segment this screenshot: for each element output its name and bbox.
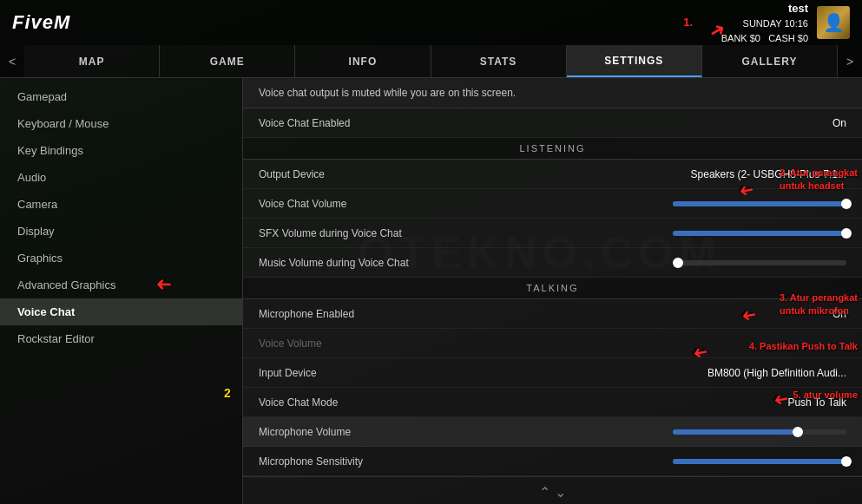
scroll-indicator[interactable]: ⌃ ⌄ <box>243 476 862 504</box>
sidebar-item-advanced-graphics[interactable]: Advanced Graphics <box>0 272 242 298</box>
setting-input-device[interactable]: Input Device BM800 (High Definition Audi… <box>243 358 862 388</box>
setting-value-voice-chat-mode: Push To Talk <box>787 396 846 409</box>
slider-voice-chat-volume[interactable] <box>673 201 846 206</box>
content-area: Gamepad Keyboard / Mouse Key Bindings Au… <box>0 78 862 504</box>
settings-panel: Voice chat output is muted while you are… <box>243 78 862 504</box>
setting-sfx-volume-voice-chat[interactable]: SFX Volume during Voice Chat <box>243 219 862 248</box>
sidebar-item-gamepad[interactable]: Gamepad <box>0 83 242 110</box>
setting-label-input-device: Input Device <box>259 367 317 379</box>
setting-value-voice-chat-enabled: On <box>832 117 846 129</box>
nav-right-arrow[interactable]: > <box>838 45 862 77</box>
tab-gallery[interactable]: GALLERY <box>702 45 838 77</box>
setting-voice-chat-enabled[interactable]: Voice Chat Enabled On <box>243 108 862 138</box>
user-day-time: SUNDAY 10:16 <box>721 16 808 31</box>
section-talking: TALKING <box>243 278 862 299</box>
setting-value-output-device: Speakers (2- USBGH8-Plus-7.1... <box>691 168 846 180</box>
app-logo: FiveM <box>12 11 70 34</box>
avatar: 👤 <box>817 6 850 39</box>
sidebar-item-key-bindings[interactable]: Key Bindings <box>0 137 242 164</box>
setting-label-voice-volume: Voice Volume <box>259 337 322 350</box>
tab-game[interactable]: GAME <box>160 45 295 77</box>
setting-label-output-device: Output Device <box>259 168 325 180</box>
section-listening: LISTENING <box>243 138 862 160</box>
setting-voice-chat-mode[interactable]: Voice Chat Mode Push To Talk <box>243 388 862 417</box>
setting-microphone-enabled[interactable]: Microphone Enabled On <box>243 299 862 329</box>
sidebar-item-keyboard-mouse[interactable]: Keyboard / Mouse <box>0 110 242 137</box>
tab-stats[interactable]: STATS <box>431 45 567 77</box>
muted-notice: Voice chat output is muted while you are… <box>243 78 862 108</box>
slider-music-volume[interactable] <box>673 260 846 265</box>
setting-microphone-sensitivity[interactable]: Microphone Sensitivity <box>243 447 862 476</box>
nav-bar: < MAP GAME INFO STATS SETTINGS GALLERY > <box>0 45 862 78</box>
slider-sfx-volume[interactable] <box>673 231 846 236</box>
user-info: test SUNDAY 10:16 BANK $0 CASH $0 👤 <box>721 0 850 45</box>
setting-label-voice-chat-mode: Voice Chat Mode <box>259 396 338 409</box>
setting-label-music-volume-voice-chat: Music Volume during Voice Chat <box>259 257 409 269</box>
sidebar-item-rockstar-editor[interactable]: Rockstar Editor <box>0 325 242 352</box>
sidebar-item-graphics[interactable]: Graphics <box>0 245 242 272</box>
setting-value-microphone-enabled: On <box>832 308 846 320</box>
scroll-icon: ⌃ ⌄ <box>539 484 565 501</box>
slider-microphone-sensitivity[interactable] <box>673 459 846 464</box>
setting-label-microphone-sensitivity: Microphone Sensitivity <box>259 455 363 468</box>
setting-voice-volume: Voice Volume <box>243 329 862 358</box>
user-bank-cash: BANK $0 CASH $0 <box>721 31 808 46</box>
setting-output-device[interactable]: Output Device Speakers (2- USBGH8-Plus-7… <box>243 160 862 189</box>
user-details: test SUNDAY 10:16 BANK $0 CASH $0 <box>721 0 808 45</box>
nav-left-arrow[interactable]: < <box>0 45 24 77</box>
setting-label-sfx-volume-voice-chat: SFX Volume during Voice Chat <box>259 227 402 239</box>
tab-settings[interactable]: SETTINGS <box>567 45 702 77</box>
sidebar-item-voice-chat[interactable]: Voice Chat <box>0 298 242 325</box>
setting-music-volume-voice-chat[interactable]: Music Volume during Voice Chat <box>243 248 862 278</box>
user-name: test <box>721 0 808 16</box>
setting-label-voice-chat-volume: Voice Chat Volume <box>259 198 346 210</box>
tab-map[interactable]: MAP <box>24 45 160 77</box>
setting-microphone-volume[interactable]: Microphone Volume <box>243 417 862 447</box>
sidebar-item-camera[interactable]: Camera <box>0 191 242 218</box>
setting-value-input-device: BM800 (High Definition Audi... <box>707 367 846 379</box>
slider-microphone-volume[interactable] <box>673 429 846 435</box>
tab-info[interactable]: INFO <box>295 45 431 77</box>
sidebar-item-display[interactable]: Display <box>0 218 242 245</box>
setting-label-microphone-volume: Microphone Volume <box>259 426 351 438</box>
setting-label-microphone-enabled: Microphone Enabled <box>259 308 354 320</box>
setting-label-voice-chat-enabled: Voice Chat Enabled <box>259 117 350 129</box>
setting-voice-chat-volume[interactable]: Voice Chat Volume <box>243 189 862 219</box>
sidebar: Gamepad Keyboard / Mouse Key Bindings Au… <box>0 78 243 504</box>
sidebar-item-audio[interactable]: Audio <box>0 164 242 191</box>
header: FiveM test SUNDAY 10:16 BANK $0 CASH $0 … <box>0 0 862 45</box>
